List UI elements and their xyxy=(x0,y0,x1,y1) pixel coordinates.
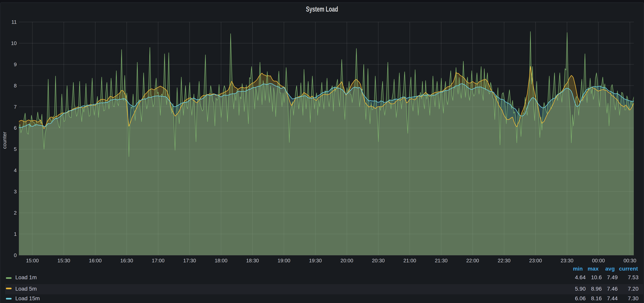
svg-text:19:00: 19:00 xyxy=(278,258,290,264)
svg-text:16:30: 16:30 xyxy=(120,258,133,264)
svg-text:17:30: 17:30 xyxy=(183,258,196,264)
svg-text:5: 5 xyxy=(14,146,17,152)
svg-text:0: 0 xyxy=(14,252,17,258)
svg-text:15:00: 15:00 xyxy=(26,258,39,264)
svg-text:1: 1 xyxy=(14,231,17,237)
svg-text:20:00: 20:00 xyxy=(340,258,353,264)
svg-text:22:00: 22:00 xyxy=(466,258,479,264)
svg-text:11: 11 xyxy=(12,19,17,25)
svg-text:2: 2 xyxy=(14,210,17,216)
svg-text:8: 8 xyxy=(14,83,17,88)
svg-text:16:00: 16:00 xyxy=(89,258,102,264)
svg-text:20:30: 20:30 xyxy=(372,258,385,264)
svg-text:7: 7 xyxy=(14,104,17,110)
svg-text:19:30: 19:30 xyxy=(309,258,322,264)
svg-text:00:00: 00:00 xyxy=(592,258,605,264)
svg-text:00:30: 00:30 xyxy=(624,258,636,264)
svg-text:9: 9 xyxy=(14,62,17,68)
svg-text:10: 10 xyxy=(11,40,17,46)
svg-text:17:00: 17:00 xyxy=(152,258,164,264)
svg-text:23:00: 23:00 xyxy=(529,258,542,264)
svg-text:6: 6 xyxy=(14,125,17,131)
svg-text:21:00: 21:00 xyxy=(403,258,416,264)
svg-text:counter: counter xyxy=(2,132,8,149)
svg-text:18:00: 18:00 xyxy=(215,258,228,264)
svg-text:23:30: 23:30 xyxy=(561,258,574,264)
svg-text:15:30: 15:30 xyxy=(57,258,70,264)
svg-text:22:30: 22:30 xyxy=(498,258,510,264)
svg-text:18:30: 18:30 xyxy=(246,258,259,264)
svg-text:4: 4 xyxy=(14,168,17,173)
svg-text:3: 3 xyxy=(14,189,17,194)
svg-text:21:30: 21:30 xyxy=(435,258,448,264)
